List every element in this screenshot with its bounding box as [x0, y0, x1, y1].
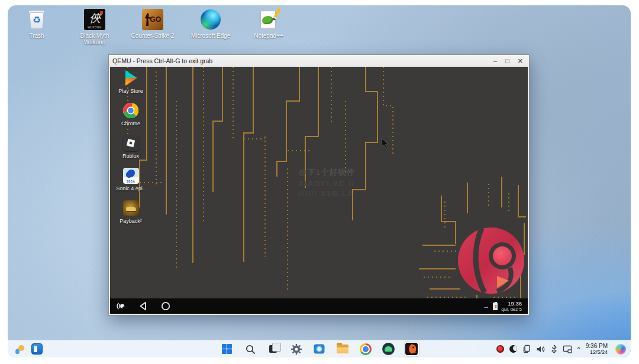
desktop-icon-black-myth-wukong[interactable]: 俠 WUKONG Black MythWukong [72, 8, 118, 46]
pinned-app-blue-box[interactable] [312, 342, 327, 357]
desktop-icon-trash[interactable]: ♻ Trash [14, 8, 60, 46]
notepad-plus-plus-icon [259, 9, 278, 30]
qemu-taskbar-button[interactable] [404, 342, 419, 357]
search-icon [245, 344, 256, 355]
blue-box-app-icon [313, 343, 325, 355]
android-app-play-store[interactable]: Play Store [118, 69, 143, 94]
desktop-icon-notepad-plus-plus[interactable]: Notepad++ [246, 8, 292, 46]
chrome-button[interactable] [358, 342, 373, 357]
android-app-label: Sonic 4 epi.. [116, 186, 146, 191]
desktop-icon-label: Notepad++ [254, 32, 283, 39]
black-myth-wukong-icon: 俠 WUKONG [84, 9, 105, 30]
screenshot-stage: ♻ Trash 俠 WUKONG Black MythWukong GO Cou… [0, 0, 639, 364]
tray-chevron-up[interactable]: ^ [577, 344, 580, 355]
battery-icon [493, 303, 498, 310]
file-explorer-button[interactable] [335, 342, 350, 357]
qemu-window-title: QEMU - Press Ctrl-Alt-G to exit grab [112, 57, 493, 64]
bliss-nav-logo-icon[interactable] [116, 301, 125, 311]
search-button[interactable] [243, 342, 258, 357]
edge-icon [201, 9, 221, 30]
payback2-icon [123, 200, 139, 216]
android-screen[interactable]: Play Store Chrome [110, 67, 528, 298]
android-app-chrome[interactable]: Chrome [121, 102, 140, 126]
desktop-icon-microsoft-edge[interactable]: Microsoft Edge [188, 8, 234, 46]
counter-strike-2-icon: GO [142, 9, 163, 30]
back-button-icon[interactable] [138, 301, 148, 311]
android-app-payback2[interactable]: Payback² [120, 199, 142, 224]
android-nav-bar: ↔ 19:36 qui, dez 5 [110, 298, 528, 314]
settings-button[interactable] [289, 342, 304, 357]
android-app-roblox[interactable]: Roblox [122, 134, 140, 159]
desktop-icon-label: Black Myth [80, 32, 109, 39]
qemu-titlebar[interactable]: QEMU - Press Ctrl-Alt-G to exit grab – □… [109, 55, 529, 67]
desktop-icon-label: Trash [29, 32, 44, 39]
recording-indicator-icon[interactable] [496, 344, 504, 355]
resize-arrows-icon: ↔ [483, 303, 489, 310]
system-time: 9:36 PM [586, 343, 608, 349]
clipboard-icon[interactable] [522, 344, 531, 355]
weather-widget-icon[interactable] [14, 343, 25, 355]
android-time: 19:36 [501, 301, 522, 307]
android-tool-button[interactable] [381, 342, 396, 357]
android-app-label: Chrome [121, 121, 140, 126]
android-app-column: Play Store Chrome [114, 69, 148, 232]
windows-logo-icon [222, 344, 233, 355]
android-date: qui, dez 5 [501, 307, 522, 312]
tray-app-swirl-icon[interactable] [509, 344, 517, 355]
mouse-cursor [381, 138, 389, 150]
system-clock[interactable]: 9:36 PM 12/5/24 [586, 343, 608, 355]
windows-desktop: ♻ Trash 俠 WUKONG Black MythWukong GO Cou… [8, 5, 631, 358]
android-clock[interactable]: 19:36 qui, dez 5 [501, 301, 522, 312]
copilot-icon[interactable] [615, 344, 626, 355]
qemu-app-icon [405, 343, 418, 355]
close-button[interactable]: ✕ [518, 58, 523, 64]
system-date: 12/5/24 [586, 349, 608, 355]
desktop-icon-label: Microsoft Edge [191, 32, 231, 39]
minimize-button[interactable]: – [493, 58, 497, 64]
play-store-icon [122, 69, 140, 87]
android-app-sonic4[interactable]: SEGA Sonic 4 epi.. [116, 167, 146, 191]
recycle-bin-icon: ♻ [28, 9, 46, 30]
android-app-label: Payback² [120, 218, 142, 224]
task-view-button[interactable] [266, 342, 281, 357]
gear-icon [291, 343, 302, 355]
desktop-icon-counter-strike-2[interactable]: GO Counter-Strike 2 [130, 8, 176, 46]
maximize-button[interactable]: □ [505, 58, 509, 64]
android-app-label: Roblox [122, 153, 139, 159]
start-button[interactable] [220, 342, 235, 357]
windows-taskbar: ^ 9:36 PM 12/5/24 [8, 340, 631, 358]
chrome-taskbar-icon [360, 343, 372, 355]
cast-display-icon[interactable] [563, 344, 572, 355]
roblox-icon [123, 135, 139, 151]
sonic-4-icon: SEGA [123, 168, 139, 184]
watermark-text: @下1个好软件 XIAOYI.VC // ////// X1G.LA [299, 167, 355, 198]
bluetooth-icon[interactable] [551, 344, 557, 355]
chrome-icon [122, 102, 140, 119]
home-button-icon[interactable] [161, 301, 170, 311]
volume-icon[interactable] [536, 344, 546, 355]
android-app-label: Play Store [118, 88, 143, 94]
desktop-icon-label: Counter-Strike 2 [131, 32, 175, 39]
desktop-icon-row: ♻ Trash 俠 WUKONG Black MythWukong GO Cou… [14, 8, 292, 46]
task-view-icon [269, 345, 277, 353]
widgets-icon[interactable] [31, 343, 43, 355]
folder-icon [337, 344, 348, 353]
android-app-icon [382, 343, 395, 355]
bliss-os-logo [456, 225, 527, 296]
qemu-window: QEMU - Press Ctrl-Alt-G to exit grab – □… [108, 54, 530, 316]
